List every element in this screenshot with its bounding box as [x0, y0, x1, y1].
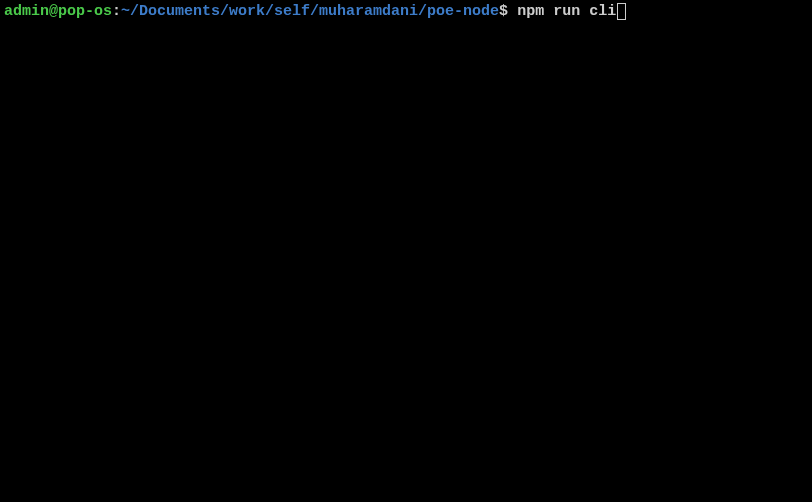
- current-path: ~/Documents/work/self/muharamdani/poe-no…: [121, 2, 499, 22]
- prompt-symbol: $: [499, 2, 517, 22]
- prompt-separator: :: [112, 2, 121, 22]
- cursor-icon: [617, 3, 626, 20]
- user-host-label: admin@pop-os: [4, 2, 112, 22]
- command-text: npm run cli: [517, 2, 616, 22]
- terminal-prompt-line[interactable]: admin@pop-os:~/Documents/work/self/muhar…: [4, 2, 808, 22]
